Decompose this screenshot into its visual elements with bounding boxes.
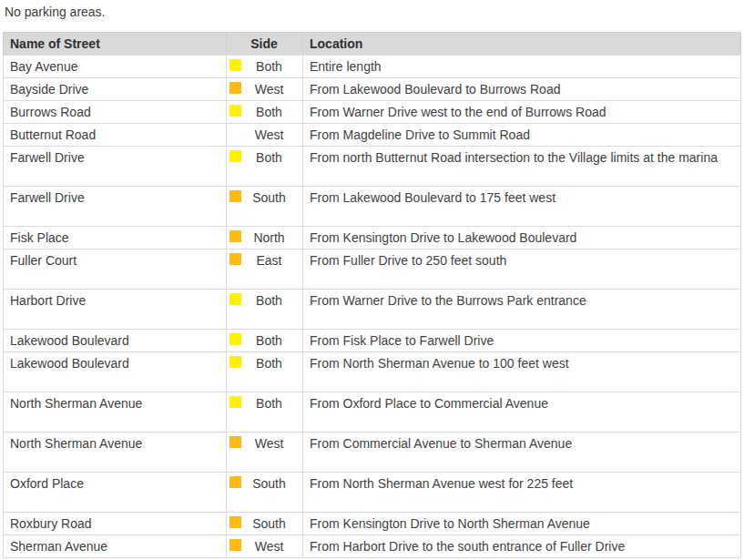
location-cell: From Kensington Drive to Lakewood Boulev… [303, 227, 741, 249]
table-row: Farwell Drive Both From north Butternut … [4, 147, 741, 187]
location-cell: From north Butternut Road intersection t… [303, 147, 741, 187]
street-name-cell: Fisk Place [4, 227, 227, 249]
side-value: Both [256, 356, 282, 371]
location-cell: From Harbort Drive to the south entrance… [303, 535, 741, 558]
header-location: Location [303, 33, 741, 56]
location-cell: From Lakewood Boulevard to 175 feet west [303, 187, 741, 227]
location-cell: Entire length [303, 56, 741, 78]
parking-marker-icon [229, 253, 241, 265]
location-cell: From North Sherman Avenue west for 225 f… [303, 473, 741, 513]
side-value: South [252, 516, 286, 531]
table-row: Roxbury Road South From Kensington Drive… [4, 513, 741, 535]
parking-marker-icon [229, 356, 241, 368]
street-name-cell: Roxbury Road [4, 513, 227, 535]
location-cell: From Kensington Drive to North Sherman A… [303, 513, 741, 535]
table-row: Bayside Drive West From Lakewood Bouleva… [4, 78, 741, 101]
side-value: Both [256, 396, 282, 411]
table-row: Farwell Drive South From Lakewood Boulev… [4, 187, 741, 227]
parking-marker-icon [229, 539, 241, 551]
location-cell: From Fuller Drive to 250 feet south [303, 249, 741, 290]
parking-marker-icon [229, 333, 241, 345]
parking-marker-icon [229, 150, 241, 162]
street-name-cell: Farwell Drive [4, 147, 227, 187]
street-name-cell: Fuller Court [4, 249, 227, 290]
page-intro: No parking areas. [5, 5, 741, 20]
side-cell: West [227, 535, 303, 558]
side-cell: Both [227, 101, 303, 124]
side-value: West [255, 82, 284, 97]
location-cell: From North Sherman Avenue to 100 feet we… [303, 352, 741, 392]
table-row: Fuller Court East From Fuller Drive to 2… [4, 249, 741, 290]
side-cell: Both [227, 392, 303, 433]
side-cell: South [227, 473, 303, 513]
side-cell: West [227, 124, 303, 147]
table-body: Bay Avenue Both Entire length Bayside Dr… [4, 56, 741, 558]
side-value: East [256, 253, 281, 268]
side-value: Both [256, 293, 282, 308]
side-value: North [253, 230, 284, 245]
side-value: Both [256, 59, 282, 74]
no-parking-table: Name of Street Side Location Bay Avenue … [3, 32, 741, 558]
side-value: South [252, 476, 286, 491]
side-cell: West [227, 78, 303, 101]
parking-marker-icon [229, 230, 241, 242]
parking-marker-icon [229, 59, 241, 71]
side-cell: South [227, 513, 303, 535]
location-cell: From Warner Drive to the Burrows Park en… [303, 290, 741, 330]
street-name-cell: Bayside Drive [4, 78, 227, 101]
side-cell: Both [227, 352, 303, 392]
street-name-cell: Lakewood Boulevard [4, 352, 227, 392]
page: No parking areas. Name of Street Side Lo… [0, 0, 744, 560]
table-row: Butternut Road West From Magdeline Drive… [4, 124, 741, 147]
parking-marker-icon [229, 293, 241, 305]
side-value: Both [256, 333, 282, 348]
location-cell: From Warner Drive west to the end of Bur… [303, 101, 741, 124]
table-row: Oxford Place South From North Sherman Av… [4, 473, 741, 513]
table-row: Fisk Place North From Kensington Drive t… [4, 227, 741, 249]
street-name-cell: Sherman Avenue [4, 535, 227, 558]
side-cell: Both [227, 147, 303, 187]
location-cell: From Fisk Place to Farwell Drive [303, 330, 741, 352]
location-cell: From Magdeline Drive to Summit Road [303, 124, 741, 147]
street-name-cell: Oxford Place [4, 473, 227, 513]
location-cell: From Lakewood Boulevard to Burrows Road [303, 78, 741, 101]
parking-marker-icon [229, 396, 241, 408]
parking-marker-icon [229, 516, 241, 528]
header-side: Side [227, 33, 303, 56]
table-row: Harbort Drive Both From Warner Drive to … [4, 290, 741, 330]
table-row: Bay Avenue Both Entire length [4, 56, 741, 78]
street-name-cell: Burrows Road [4, 101, 227, 124]
side-cell: North [227, 227, 303, 249]
side-value: West [255, 539, 284, 554]
side-value: West [255, 127, 284, 142]
side-value: Both [256, 105, 282, 119]
parking-marker-icon [229, 190, 241, 202]
parking-marker-icon [229, 105, 241, 117]
side-cell: Both [227, 290, 303, 330]
side-cell: Both [227, 330, 303, 352]
table-row: North Sherman Avenue West From Commercia… [4, 433, 741, 473]
side-cell: South [227, 187, 303, 227]
table-row: North Sherman Avenue Both From Oxford Pl… [4, 392, 741, 433]
street-name-cell: Farwell Drive [4, 187, 227, 227]
side-value: West [255, 436, 284, 451]
table-row: Lakewood Boulevard Both From North Sherm… [4, 352, 741, 392]
side-cell: East [227, 249, 303, 290]
street-name-cell: Harbort Drive [4, 290, 227, 330]
side-cell: West [227, 433, 303, 473]
table-row: Burrows Road Both From Warner Drive west… [4, 101, 741, 124]
table-row: Lakewood Boulevard Both From Fisk Place … [4, 330, 741, 352]
street-name-cell: North Sherman Avenue [4, 392, 227, 433]
side-value: Both [256, 150, 282, 165]
table-row: Sherman Avenue West From Harbort Drive t… [4, 535, 741, 558]
header-name-of-street: Name of Street [4, 33, 227, 56]
location-cell: From Commercial Avenue to Sherman Avenue [303, 433, 741, 473]
street-name-cell: Bay Avenue [4, 56, 227, 78]
street-name-cell: Butternut Road [4, 124, 227, 147]
street-name-cell: North Sherman Avenue [4, 433, 227, 473]
table-header-row: Name of Street Side Location [4, 33, 741, 56]
street-name-cell: Lakewood Boulevard [4, 330, 227, 352]
side-cell: Both [227, 56, 303, 78]
location-cell: From Oxford Place to Commercial Avenue [303, 392, 741, 433]
side-value: South [252, 190, 286, 205]
